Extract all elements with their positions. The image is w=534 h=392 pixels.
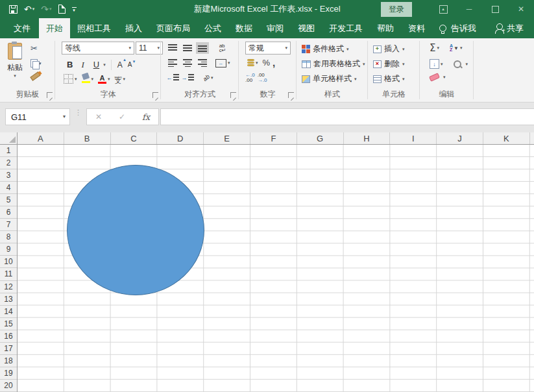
formula-bar-resizer[interactable]: ⋮ bbox=[75, 110, 80, 115]
row-header-7[interactable]: 7 bbox=[0, 219, 17, 231]
borders-button[interactable]: ▾ bbox=[62, 73, 79, 85]
fill-button[interactable]: ↓▾ bbox=[428, 58, 445, 70]
number-dialog-launcher-icon[interactable] bbox=[288, 92, 294, 98]
percent-style-button[interactable]: % bbox=[263, 58, 271, 67]
ribbon-display-options-icon[interactable]: ▴ bbox=[430, 0, 456, 18]
phonetic-guide-button[interactable]: wén文 ▾ bbox=[113, 74, 128, 84]
tab-data[interactable]: 数据 bbox=[228, 18, 260, 38]
sort-filter-button[interactable]: AZ ▼ ▾ bbox=[448, 43, 465, 53]
customize-qat-icon[interactable]: ▾ bbox=[72, 4, 77, 14]
tab-camera-tools[interactable]: 照相工具 bbox=[70, 18, 118, 38]
close-icon[interactable]: ✕ bbox=[508, 0, 534, 18]
cut-button[interactable]: ✂ bbox=[29, 43, 43, 54]
tab-view[interactable]: 视图 bbox=[291, 18, 322, 38]
tab-help[interactable]: 帮助 bbox=[370, 18, 401, 38]
grow-font-button[interactable]: A bbox=[115, 60, 125, 70]
font-color-button[interactable]: A ▾ bbox=[96, 73, 112, 85]
row-header-15[interactable]: 15 bbox=[0, 318, 17, 330]
italic-button[interactable]: I bbox=[77, 59, 88, 71]
formula-input[interactable] bbox=[160, 108, 534, 125]
column-header-E[interactable]: E bbox=[204, 132, 250, 144]
row-header-10[interactable]: 10 bbox=[0, 256, 17, 268]
bold-button[interactable]: B bbox=[63, 59, 77, 70]
tab-developer[interactable]: 开发工具 bbox=[322, 18, 370, 38]
clipboard-dialog-launcher-icon[interactable] bbox=[47, 92, 53, 98]
column-header-C[interactable]: C bbox=[111, 132, 158, 144]
accounting-format-button[interactable]: ▾ bbox=[245, 58, 260, 67]
align-top-button[interactable] bbox=[166, 42, 179, 54]
new-file-icon[interactable] bbox=[58, 4, 66, 14]
cancel-icon[interactable]: ✕ bbox=[95, 112, 102, 121]
align-middle-button[interactable] bbox=[181, 42, 194, 54]
underline-button[interactable]: U▾ bbox=[89, 58, 108, 71]
paste-button[interactable]: 粘贴 ▾ bbox=[4, 42, 26, 88]
decrease-indent-button[interactable]: ← bbox=[166, 72, 179, 84]
font-name-combo[interactable]: 等线▾ bbox=[62, 42, 134, 55]
row-header-12[interactable]: 12 bbox=[0, 281, 17, 293]
row-header-20[interactable]: 20 bbox=[0, 380, 17, 392]
column-header-H[interactable]: H bbox=[344, 132, 391, 144]
font-size-combo[interactable]: 11▾ bbox=[136, 42, 163, 55]
paste-dropdown-arrow[interactable]: ▾ bbox=[14, 73, 16, 79]
row-header-19[interactable]: 19 bbox=[0, 367, 17, 380]
row-header-8[interactable]: 8 bbox=[0, 231, 17, 243]
row-header-16[interactable]: 16 bbox=[0, 330, 17, 343]
merge-center-button[interactable]: ↔▾ bbox=[213, 58, 232, 69]
column-header-I[interactable]: I bbox=[390, 132, 437, 144]
orientation-button[interactable]: ab▾ bbox=[201, 73, 215, 82]
increase-decimal-button[interactable]: ←.0.00 bbox=[245, 73, 255, 83]
row-header-14[interactable]: 14 bbox=[0, 306, 17, 318]
name-box[interactable]: G11 ▾ bbox=[5, 108, 70, 125]
row-header-18[interactable]: 18 bbox=[0, 355, 17, 367]
clear-button[interactable]: ▾ bbox=[428, 73, 448, 81]
comma-style-button[interactable]: , bbox=[273, 60, 275, 66]
name-box-dropdown-icon[interactable]: ▾ bbox=[63, 114, 66, 119]
format-painter-button[interactable] bbox=[29, 73, 43, 80]
tell-me-box[interactable]: 告诉我 bbox=[432, 18, 483, 38]
maximize-icon[interactable] bbox=[482, 0, 508, 18]
tab-home[interactable]: 开始 bbox=[39, 18, 70, 38]
sign-in-button[interactable]: 登录 bbox=[381, 2, 412, 17]
align-right-button[interactable] bbox=[196, 57, 209, 69]
font-dialog-launcher-icon[interactable] bbox=[152, 92, 158, 98]
align-bottom-button[interactable] bbox=[196, 42, 209, 54]
insert-function-icon[interactable]: fx bbox=[142, 112, 150, 122]
row-header-17[interactable]: 17 bbox=[0, 343, 17, 355]
tab-file[interactable]: 文件 bbox=[5, 18, 39, 38]
minimize-icon[interactable]: ─ bbox=[456, 0, 482, 18]
save-icon[interactable] bbox=[9, 4, 18, 14]
align-left-button[interactable] bbox=[166, 57, 179, 69]
delete-cells-button[interactable]: × 删除▾ bbox=[373, 58, 405, 69]
tab-insert[interactable]: 插入 bbox=[118, 18, 149, 38]
column-header-F[interactable]: F bbox=[250, 132, 297, 144]
wrap-text-button[interactable]: abc↵ bbox=[215, 42, 230, 54]
row-header-2[interactable]: 2 bbox=[0, 157, 17, 169]
tab-formulas[interactable]: 公式 bbox=[197, 18, 228, 38]
column-header-G[interactable]: G bbox=[297, 132, 344, 144]
insert-cells-button[interactable]: + 插入▾ bbox=[373, 43, 405, 55]
cell-styles-button[interactable]: 单元格样式▾ bbox=[302, 73, 357, 84]
shrink-font-button[interactable]: A bbox=[126, 60, 134, 69]
format-as-table-button[interactable]: 套用表格格式▾ bbox=[302, 58, 365, 69]
undo-icon[interactable]: ↶▾ bbox=[24, 4, 34, 14]
row-header-6[interactable]: 6 bbox=[0, 206, 17, 219]
row-header-3[interactable]: 3 bbox=[0, 169, 17, 182]
format-cells-button[interactable]: 格式▾ bbox=[373, 73, 405, 84]
find-select-button[interactable]: ▾ bbox=[452, 59, 470, 69]
number-format-combo[interactable]: 常规▾ bbox=[245, 42, 291, 55]
share-button[interactable]: 共享 bbox=[486, 18, 534, 38]
oval-shape[interactable] bbox=[67, 165, 204, 295]
row-header-4[interactable]: 4 bbox=[0, 182, 17, 194]
row-header-13[interactable]: 13 bbox=[0, 293, 17, 306]
select-all-corner[interactable] bbox=[0, 132, 18, 145]
autosum-button[interactable]: Σ▾ bbox=[428, 42, 441, 54]
align-center-button[interactable] bbox=[181, 57, 194, 69]
conditional-formatting-button[interactable]: 条件格式▾ bbox=[302, 43, 349, 55]
redo-icon[interactable]: ↷▾ bbox=[41, 4, 51, 14]
column-header-A[interactable]: A bbox=[18, 132, 64, 144]
fill-color-button[interactable]: ▾ bbox=[80, 73, 96, 84]
decrease-decimal-button[interactable]: .00→.0 bbox=[258, 73, 267, 83]
alignment-dialog-launcher-icon[interactable] bbox=[230, 92, 236, 98]
tab-page-layout[interactable]: 页面布局 bbox=[149, 18, 197, 38]
column-header-J[interactable]: J bbox=[437, 132, 483, 144]
